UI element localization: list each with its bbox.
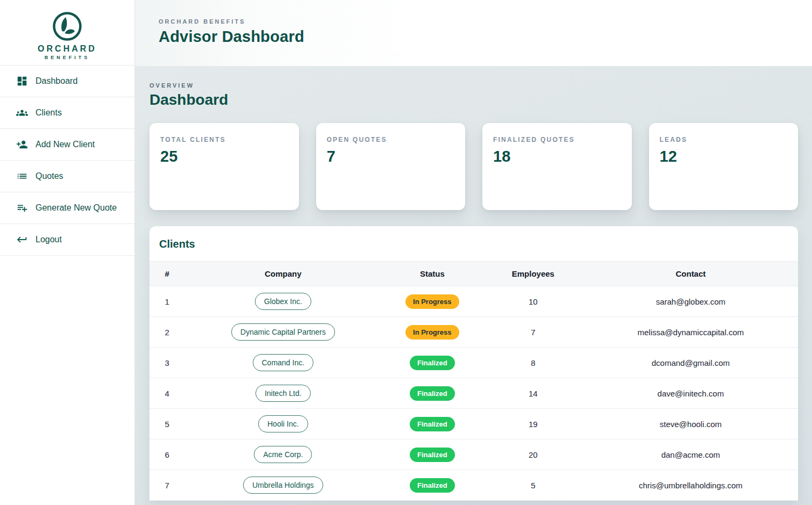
sidebar-item-label: Quotes bbox=[35, 171, 63, 181]
sidebar-item-label: Clients bbox=[35, 108, 62, 118]
sidebar-item-quotes[interactable]: Quotes bbox=[0, 161, 134, 192]
table-row: 6Acme Corp.Finalized20dan@acme.com bbox=[149, 439, 798, 470]
company-pill[interactable]: Initech Ltd. bbox=[255, 385, 311, 402]
main-area: ORCHARD BENEFITS Advisor Dashboard OVERV… bbox=[135, 0, 812, 505]
sidebar-item-generate-new-quote[interactable]: Generate New Quote bbox=[0, 192, 134, 224]
stat-card-open-quotes: OPEN QUOTES 7 bbox=[316, 123, 466, 210]
row-number: 1 bbox=[149, 286, 184, 317]
status-badge: In Progress bbox=[405, 294, 459, 309]
row-number: 4 bbox=[149, 378, 184, 409]
column-header-company: Company bbox=[184, 262, 382, 286]
table-row: 7Umbrella HoldingsFinalized5chris@umbrel… bbox=[149, 470, 798, 501]
table-row: 5Hooli Inc.Finalized19steve@hooli.com bbox=[149, 409, 798, 439]
clients-panel: Clients # Company Status Employees Conta… bbox=[149, 226, 798, 501]
company-pill[interactable]: Umbrella Holdings bbox=[243, 477, 323, 494]
sidebar-item-dashboard[interactable]: Dashboard bbox=[0, 66, 134, 97]
table-row: 1Globex Inc.In Progress10sarah@globex.co… bbox=[149, 286, 798, 317]
list-icon bbox=[16, 170, 28, 182]
row-number: 2 bbox=[149, 317, 184, 348]
brand-logo: ORCHARD BENEFITS bbox=[0, 0, 134, 66]
contact-cell: melissa@dynamiccapital.com bbox=[583, 317, 798, 348]
status-badge: Finalized bbox=[410, 478, 455, 493]
row-number: 5 bbox=[149, 409, 184, 439]
stat-value: 18 bbox=[493, 148, 621, 165]
status-badge: Finalized bbox=[410, 448, 455, 462]
column-header-contact: Contact bbox=[583, 262, 798, 286]
sidebar-item-label: Add New Client bbox=[35, 140, 95, 149]
clients-icon bbox=[16, 107, 28, 119]
company-pill[interactable]: Comand Inc. bbox=[253, 354, 314, 371]
contact-cell: dcomand@gmail.com bbox=[583, 348, 798, 378]
row-number: 6 bbox=[149, 439, 184, 470]
page-title: Advisor Dashboard bbox=[159, 28, 812, 46]
sidebar-item-label: Generate New Quote bbox=[35, 203, 117, 213]
column-header-num: # bbox=[149, 262, 184, 286]
clients-table: # Company Status Employees Contact 1Glob… bbox=[149, 261, 798, 501]
sidebar-item-label: Dashboard bbox=[35, 76, 77, 86]
status-badge: Finalized bbox=[410, 386, 455, 401]
table-row: 4Initech Ltd.Finalized14dave@initech.com bbox=[149, 378, 798, 409]
sidebar: ORCHARD BENEFITS Dashboard Clients Add N… bbox=[0, 0, 135, 505]
employees-cell: 8 bbox=[483, 348, 583, 378]
employees-cell: 10 bbox=[483, 286, 583, 317]
employees-cell: 14 bbox=[483, 378, 583, 409]
company-pill[interactable]: Dynamic Capital Partners bbox=[231, 323, 335, 341]
table-header-row: # Company Status Employees Contact bbox=[149, 262, 798, 286]
stat-card-leads: LEADS 12 bbox=[649, 123, 799, 210]
stat-value: 7 bbox=[327, 148, 455, 165]
sidebar-item-clients[interactable]: Clients bbox=[0, 97, 134, 129]
playlist-add-icon bbox=[16, 202, 28, 214]
status-badge: Finalized bbox=[410, 417, 455, 431]
column-header-status: Status bbox=[382, 262, 483, 286]
contact-cell: steve@hooli.com bbox=[583, 409, 798, 439]
sidebar-item-logout[interactable]: Logout bbox=[0, 224, 134, 256]
employees-cell: 5 bbox=[483, 470, 583, 501]
person-add-icon bbox=[16, 139, 28, 150]
content-area: OVERVIEW Dashboard TOTAL CLIENTS 25 OPEN… bbox=[135, 66, 812, 505]
overview-eyebrow: OVERVIEW bbox=[149, 82, 798, 89]
stat-value: 25 bbox=[160, 148, 288, 165]
orchard-leaf-logo-icon bbox=[52, 11, 83, 42]
contact-cell: sarah@globex.com bbox=[583, 286, 798, 317]
page-header: ORCHARD BENEFITS Advisor Dashboard bbox=[135, 0, 812, 66]
status-badge: In Progress bbox=[405, 325, 459, 340]
status-badge: Finalized bbox=[410, 356, 455, 370]
brand-name: ORCHARD bbox=[38, 44, 97, 54]
contact-cell: dave@initech.com bbox=[583, 378, 798, 409]
sidebar-item-add-new-client[interactable]: Add New Client bbox=[0, 129, 134, 161]
clients-panel-title: Clients bbox=[149, 226, 798, 261]
clients-table-body: 1Globex Inc.In Progress10sarah@globex.co… bbox=[149, 286, 798, 501]
stat-label: LEADS bbox=[660, 136, 788, 143]
header-eyebrow: ORCHARD BENEFITS bbox=[159, 18, 812, 25]
return-arrow-icon bbox=[16, 234, 28, 246]
column-header-employees: Employees bbox=[483, 262, 583, 286]
company-pill[interactable]: Acme Corp. bbox=[254, 446, 312, 463]
company-pill[interactable]: Hooli Inc. bbox=[258, 415, 308, 432]
stats-row: TOTAL CLIENTS 25 OPEN QUOTES 7 FINALIZED… bbox=[149, 123, 798, 210]
table-row: 3Comand Inc.Finalized8dcomand@gmail.com bbox=[149, 348, 798, 378]
stat-card-total-clients: TOTAL CLIENTS 25 bbox=[149, 123, 299, 210]
overview-title: Dashboard bbox=[149, 91, 798, 109]
contact-cell: dan@acme.com bbox=[583, 439, 798, 470]
contact-cell: chris@umbrellaholdings.com bbox=[583, 470, 798, 501]
employees-cell: 7 bbox=[483, 317, 583, 348]
company-pill[interactable]: Globex Inc. bbox=[255, 293, 311, 310]
sidebar-nav: Dashboard Clients Add New Client Quotes … bbox=[0, 66, 134, 256]
table-row: 2Dynamic Capital PartnersIn Progress7mel… bbox=[149, 317, 798, 348]
stat-value: 12 bbox=[660, 148, 788, 165]
row-number: 7 bbox=[149, 470, 184, 501]
brand-subname: BENEFITS bbox=[45, 55, 90, 60]
stat-label: TOTAL CLIENTS bbox=[160, 136, 288, 143]
stat-card-finalized-quotes: FINALIZED QUOTES 18 bbox=[482, 123, 632, 210]
dashboard-icon bbox=[16, 75, 28, 87]
stat-label: OPEN QUOTES bbox=[327, 136, 455, 143]
stat-label: FINALIZED QUOTES bbox=[493, 136, 621, 143]
employees-cell: 20 bbox=[483, 439, 583, 470]
employees-cell: 19 bbox=[483, 409, 583, 439]
row-number: 3 bbox=[149, 348, 184, 378]
sidebar-item-label: Logout bbox=[35, 235, 62, 244]
